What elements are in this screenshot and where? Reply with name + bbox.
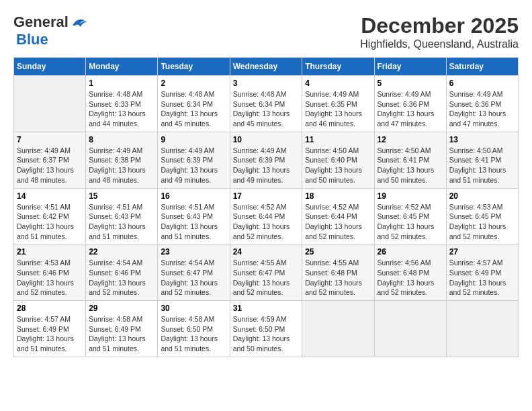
calendar-cell: 30Sunrise: 4:58 AM Sunset: 6:50 PM Dayli… (158, 301, 230, 357)
day-info: Sunrise: 4:48 AM Sunset: 6:34 PM Dayligh… (233, 89, 300, 129)
day-number: 29 (89, 304, 154, 313)
calendar-cell: 22Sunrise: 4:54 AM Sunset: 6:46 PM Dayli… (86, 244, 158, 301)
calendar-cell: 23Sunrise: 4:54 AM Sunset: 6:47 PM Dayli… (158, 244, 230, 301)
day-info: Sunrise: 4:59 AM Sunset: 6:50 PM Dayligh… (233, 314, 300, 354)
logo-blue-text: Blue (16, 31, 48, 48)
calendar-week-4: 21Sunrise: 4:53 AM Sunset: 6:46 PM Dayli… (14, 244, 519, 301)
day-number: 28 (17, 304, 83, 313)
calendar-cell: 2Sunrise: 4:48 AM Sunset: 6:34 PM Daylig… (158, 76, 230, 132)
day-info: Sunrise: 4:52 AM Sunset: 6:44 PM Dayligh… (233, 202, 300, 242)
calendar-week-2: 7Sunrise: 4:49 AM Sunset: 6:37 PM Daylig… (14, 132, 519, 188)
calendar-week-5: 28Sunrise: 4:57 AM Sunset: 6:49 PM Dayli… (14, 301, 519, 357)
calendar-cell: 25Sunrise: 4:55 AM Sunset: 6:48 PM Dayli… (302, 244, 374, 301)
logo-bird-icon (70, 16, 89, 30)
day-info: Sunrise: 4:51 AM Sunset: 6:42 PM Dayligh… (17, 202, 83, 242)
day-info: Sunrise: 4:53 AM Sunset: 6:46 PM Dayligh… (17, 258, 83, 298)
calendar-cell: 17Sunrise: 4:52 AM Sunset: 6:44 PM Dayli… (230, 188, 302, 244)
day-info: Sunrise: 4:55 AM Sunset: 6:47 PM Dayligh… (233, 258, 300, 298)
day-info: Sunrise: 4:48 AM Sunset: 6:33 PM Dayligh… (89, 89, 154, 129)
day-info: Sunrise: 4:55 AM Sunset: 6:48 PM Dayligh… (305, 258, 371, 298)
page-title: December 2025 (360, 13, 519, 38)
day-number: 15 (89, 191, 154, 201)
day-info: Sunrise: 4:54 AM Sunset: 6:47 PM Dayligh… (161, 258, 226, 298)
calendar-cell (446, 301, 518, 357)
calendar-cell: 10Sunrise: 4:49 AM Sunset: 6:39 PM Dayli… (230, 132, 302, 188)
day-number: 26 (378, 247, 443, 257)
day-number: 23 (161, 247, 226, 257)
day-info: Sunrise: 4:49 AM Sunset: 6:39 PM Dayligh… (161, 146, 226, 185)
page-subtitle: Highfields, Queensland, Australia (360, 38, 519, 50)
calendar-cell: 28Sunrise: 4:57 AM Sunset: 6:49 PM Dayli… (14, 301, 86, 357)
calendar-cell: 16Sunrise: 4:51 AM Sunset: 6:43 PM Dayli… (158, 188, 230, 244)
day-info: Sunrise: 4:50 AM Sunset: 6:40 PM Dayligh… (305, 146, 371, 185)
day-number: 16 (161, 191, 226, 201)
header-tuesday: Tuesday (158, 58, 230, 76)
day-info: Sunrise: 4:56 AM Sunset: 6:48 PM Dayligh… (378, 258, 443, 298)
calendar-cell: 26Sunrise: 4:56 AM Sunset: 6:48 PM Dayli… (374, 244, 446, 301)
calendar-cell: 21Sunrise: 4:53 AM Sunset: 6:46 PM Dayli… (14, 244, 86, 301)
day-number: 5 (378, 79, 443, 88)
day-number: 10 (233, 135, 300, 144)
day-number: 7 (17, 135, 83, 144)
calendar-cell: 24Sunrise: 4:55 AM Sunset: 6:47 PM Dayli… (230, 244, 302, 301)
day-number: 3 (233, 79, 300, 88)
day-number: 20 (449, 191, 515, 201)
calendar-cell: 3Sunrise: 4:48 AM Sunset: 6:34 PM Daylig… (230, 76, 302, 132)
calendar-cell: 18Sunrise: 4:52 AM Sunset: 6:44 PM Dayli… (302, 188, 374, 244)
day-number: 22 (89, 247, 154, 257)
calendar-header-row: Sunday Monday Tuesday Wednesday Thursday… (14, 58, 519, 76)
calendar-cell: 15Sunrise: 4:51 AM Sunset: 6:43 PM Dayli… (86, 188, 158, 244)
calendar-cell: 4Sunrise: 4:49 AM Sunset: 6:35 PM Daylig… (302, 76, 374, 132)
day-number: 19 (378, 191, 443, 201)
day-info: Sunrise: 4:52 AM Sunset: 6:45 PM Dayligh… (378, 202, 443, 242)
day-info: Sunrise: 4:57 AM Sunset: 6:49 PM Dayligh… (449, 258, 515, 298)
calendar-cell: 12Sunrise: 4:50 AM Sunset: 6:41 PM Dayli… (374, 132, 446, 188)
day-info: Sunrise: 4:52 AM Sunset: 6:44 PM Dayligh… (305, 202, 371, 242)
day-number: 2 (161, 79, 226, 88)
header-saturday: Saturday (446, 58, 518, 76)
day-info: Sunrise: 4:49 AM Sunset: 6:38 PM Dayligh… (89, 146, 154, 185)
calendar-cell: 19Sunrise: 4:52 AM Sunset: 6:45 PM Dayli… (374, 188, 446, 244)
calendar-cell: 1Sunrise: 4:48 AM Sunset: 6:33 PM Daylig… (86, 76, 158, 132)
day-number: 13 (449, 135, 515, 144)
header-sunday: Sunday (14, 58, 86, 76)
header-thursday: Thursday (302, 58, 374, 76)
calendar-cell: 27Sunrise: 4:57 AM Sunset: 6:49 PM Dayli… (446, 244, 518, 301)
day-number: 17 (233, 191, 300, 201)
calendar-week-3: 14Sunrise: 4:51 AM Sunset: 6:42 PM Dayli… (14, 188, 519, 244)
header-wednesday: Wednesday (230, 58, 302, 76)
day-info: Sunrise: 4:51 AM Sunset: 6:43 PM Dayligh… (161, 202, 226, 242)
page-header: General Blue December 2025 Highfields, Q… (13, 13, 519, 50)
day-number: 11 (305, 135, 371, 144)
day-info: Sunrise: 4:49 AM Sunset: 6:39 PM Dayligh… (233, 146, 300, 185)
calendar-cell: 14Sunrise: 4:51 AM Sunset: 6:42 PM Dayli… (14, 188, 86, 244)
day-info: Sunrise: 4:49 AM Sunset: 6:36 PM Dayligh… (378, 89, 443, 129)
day-number: 8 (89, 135, 154, 144)
calendar-week-1: 1Sunrise: 4:48 AM Sunset: 6:33 PM Daylig… (14, 76, 519, 132)
calendar-cell: 29Sunrise: 4:58 AM Sunset: 6:49 PM Dayli… (86, 301, 158, 357)
calendar-cell: 11Sunrise: 4:50 AM Sunset: 6:40 PM Dayli… (302, 132, 374, 188)
title-section: December 2025 Highfields, Queensland, Au… (360, 13, 519, 50)
day-number: 21 (17, 247, 83, 257)
header-friday: Friday (374, 58, 446, 76)
day-info: Sunrise: 4:51 AM Sunset: 6:43 PM Dayligh… (89, 202, 154, 242)
calendar-cell: 13Sunrise: 4:50 AM Sunset: 6:41 PM Dayli… (446, 132, 518, 188)
day-info: Sunrise: 4:49 AM Sunset: 6:36 PM Dayligh… (449, 89, 515, 129)
day-number: 9 (161, 135, 226, 144)
calendar-cell: 8Sunrise: 4:49 AM Sunset: 6:38 PM Daylig… (86, 132, 158, 188)
day-number: 27 (449, 247, 515, 257)
day-info: Sunrise: 4:58 AM Sunset: 6:49 PM Dayligh… (89, 314, 154, 354)
day-number: 18 (305, 191, 371, 201)
day-info: Sunrise: 4:49 AM Sunset: 6:35 PM Dayligh… (305, 89, 371, 129)
day-number: 30 (161, 304, 226, 313)
day-number: 12 (378, 135, 443, 144)
day-info: Sunrise: 4:50 AM Sunset: 6:41 PM Dayligh… (378, 146, 443, 185)
calendar-cell: 31Sunrise: 4:59 AM Sunset: 6:50 PM Dayli… (230, 301, 302, 357)
day-number: 24 (233, 247, 300, 257)
calendar-cell: 6Sunrise: 4:49 AM Sunset: 6:36 PM Daylig… (446, 76, 518, 132)
day-number: 25 (305, 247, 371, 257)
day-number: 1 (89, 79, 154, 88)
day-info: Sunrise: 4:57 AM Sunset: 6:49 PM Dayligh… (17, 314, 83, 354)
calendar-cell (302, 301, 374, 357)
day-info: Sunrise: 4:54 AM Sunset: 6:46 PM Dayligh… (89, 258, 154, 298)
